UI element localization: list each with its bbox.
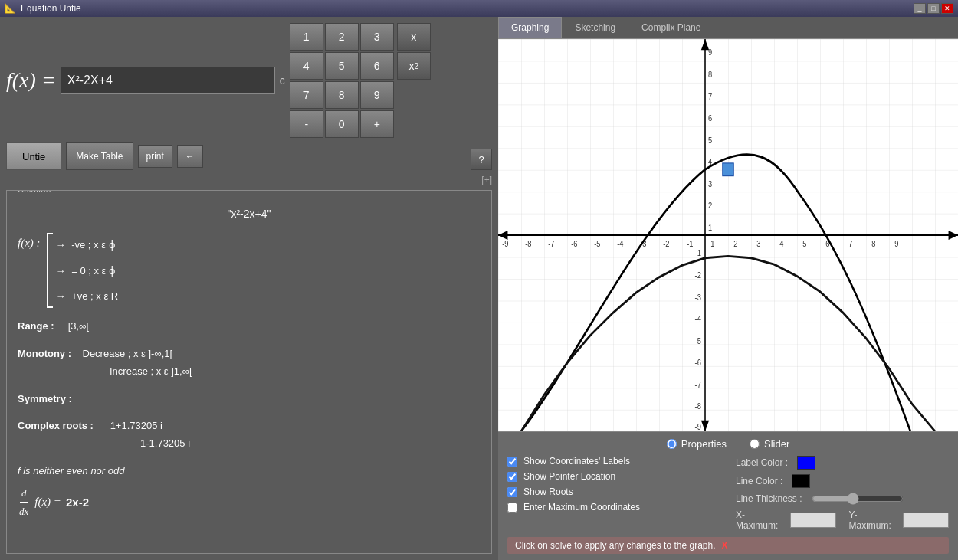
line-color-label: Line Color : — [736, 476, 782, 486]
svg-rect-44 — [723, 163, 733, 176]
line-color-swatch[interactable] — [792, 474, 810, 488]
properties-panel: Properties Slider Show Coordinates' Labe… — [498, 431, 958, 560]
minimize-button[interactable]: _ — [914, 3, 926, 14]
show-roots-row: Show Roots — [507, 486, 720, 497]
tab-sketching[interactable]: Sketching — [562, 17, 628, 38]
line-thickness-label: Line Thickness : — [736, 493, 802, 504]
special-btns: x x2 — [397, 23, 431, 80]
show-coordinates-checkbox[interactable] — [507, 457, 517, 467]
btn-plus[interactable]: + — [360, 110, 394, 138]
btn-8[interactable]: 8 — [325, 81, 359, 109]
svg-text:9: 9 — [894, 240, 899, 249]
sign-analysis: f(x) : → -ve ; x ε ϕ → = 0 ; x ε ϕ — [18, 233, 481, 308]
app-title: Equation Untie — [21, 3, 81, 14]
control-buttons-row: Untie Make Table print ← ? — [6, 142, 492, 170]
radio-properties[interactable]: Properties — [667, 438, 727, 450]
radio-slider[interactable]: Slider — [750, 438, 789, 450]
line-color-row: Line Color : — [736, 474, 949, 488]
main-container: f(x) = c 1 2 3 4 5 6 7 8 9 - 0 + — [0, 17, 958, 560]
title-bar: 📐 Equation Untie _ □ ✕ — [0, 0, 958, 17]
show-coordinates-label: Show Coordinates' Labels — [523, 456, 720, 467]
svg-text:5: 5 — [708, 136, 713, 145]
svg-text:-9: -9 — [502, 240, 509, 249]
derivative-row: d dx f(x) = 2x-2 — [18, 484, 481, 521]
svg-text:-6: -6 — [571, 240, 578, 249]
line-thickness-row: Line Thickness : — [736, 493, 949, 505]
complex-roots-row: Complex roots : 1+1.73205 i 1-1.73205 i — [18, 417, 481, 453]
expand-button[interactable]: [+] — [481, 175, 492, 185]
btn-3[interactable]: 3 — [360, 23, 394, 51]
svg-text:-3: -3 — [695, 293, 702, 302]
svg-text:-7: -7 — [548, 240, 555, 249]
tab-graphing[interactable]: Graphing — [498, 17, 562, 38]
btn-x[interactable]: x — [397, 23, 431, 51]
graph-svg: -9 -8 -7 -6 -5 -4 -3 -2 -1 1 2 3 4 5 6 7… — [498, 39, 958, 431]
svg-text:2: 2 — [708, 201, 713, 211]
radio-properties-input[interactable] — [667, 439, 677, 449]
btn-7[interactable]: 7 — [290, 81, 323, 109]
btn-x2[interactable]: x2 — [397, 52, 431, 80]
title-bar-left: 📐 Equation Untie — [5, 3, 81, 14]
props-grid: Show Coordinates' Labels Show Pointer Lo… — [507, 456, 949, 531]
fx-notation: f(x) : — [18, 233, 41, 254]
enter-max-label: Enter Maximum Coordinates — [523, 502, 720, 513]
even-odd-row: f is neither even nor odd — [18, 462, 481, 480]
enter-max-row: Enter Maximum Coordinates — [507, 502, 720, 513]
y-max-input[interactable] — [903, 513, 949, 528]
btn-2[interactable]: 2 — [325, 23, 359, 51]
svg-text:-4: -4 — [617, 240, 624, 249]
svg-text:-7: -7 — [695, 380, 702, 389]
title-bar-controls[interactable]: _ □ ✕ — [914, 3, 953, 14]
make-table-button[interactable]: Make Table — [66, 142, 133, 170]
y-max-label: Y-Maximum: — [848, 509, 894, 531]
svg-text:-5: -5 — [594, 240, 601, 249]
formula-input[interactable] — [61, 67, 275, 94]
sign-zero: → = 0 ; x ε ϕ — [56, 262, 119, 280]
back-button[interactable]: ← — [177, 145, 203, 168]
derivative-fraction: d dx — [18, 484, 30, 521]
status-close[interactable]: X — [722, 540, 728, 551]
svg-text:-2: -2 — [663, 240, 670, 249]
thickness-slider[interactable] — [812, 493, 904, 505]
show-pointer-row: Show Pointer Location — [507, 471, 720, 482]
btn-minus[interactable]: - — [290, 110, 323, 138]
svg-text:4: 4 — [779, 240, 784, 249]
c-label: c — [280, 74, 285, 87]
numpad-area: 1 2 3 4 5 6 7 8 9 - 0 + x x2 — [290, 23, 431, 138]
derivative-value: 2x-2 — [66, 492, 89, 513]
btn-4[interactable]: 4 — [290, 52, 323, 80]
app-icon: 📐 — [5, 3, 16, 14]
radio-slider-input[interactable] — [750, 439, 760, 449]
label-color-swatch[interactable] — [797, 456, 815, 470]
maximize-button[interactable]: □ — [927, 3, 940, 14]
show-roots-label: Show Roots — [523, 486, 720, 497]
help-button[interactable]: ? — [471, 149, 492, 170]
close-button[interactable]: ✕ — [941, 3, 953, 14]
svg-text:-1: -1 — [687, 240, 694, 249]
svg-text:1: 1 — [710, 240, 715, 249]
props-left-col: Show Coordinates' Labels Show Pointer Lo… — [507, 456, 720, 531]
svg-text:-9: -9 — [695, 422, 702, 431]
show-pointer-checkbox[interactable] — [507, 472, 517, 482]
print-button[interactable]: print — [138, 145, 172, 168]
btn-9[interactable]: 9 — [360, 81, 394, 109]
svg-text:3: 3 — [708, 179, 713, 188]
show-pointer-label: Show Pointer Location — [523, 471, 720, 482]
enter-max-checkbox[interactable] — [507, 503, 517, 513]
svg-text:2: 2 — [733, 240, 738, 249]
solution-content: "x²-2x+4" f(x) : → -ve ; x ε ϕ → = — [18, 205, 481, 521]
radio-properties-label: Properties — [681, 438, 727, 450]
btn-1[interactable]: 1 — [290, 23, 323, 51]
x-max-input[interactable] — [790, 513, 836, 528]
tab-complix-plane[interactable]: Complix Plane — [628, 17, 714, 38]
label-color-label: Label Color : — [736, 457, 788, 468]
label-color-row: Label Color : — [736, 456, 949, 470]
show-roots-checkbox[interactable] — [507, 487, 517, 497]
btn-6[interactable]: 6 — [360, 52, 394, 80]
monotony-row: Monotony : Decrease ; x ε ]-∞,1[ Increas… — [18, 345, 481, 381]
range-row: Range : [3,∞[ — [18, 317, 481, 335]
btn-5[interactable]: 5 — [325, 52, 359, 80]
graph-area: -9 -8 -7 -6 -5 -4 -3 -2 -1 1 2 3 4 5 6 7… — [498, 39, 958, 431]
btn-0[interactable]: 0 — [325, 110, 359, 138]
untie-button[interactable]: Untie — [6, 142, 61, 170]
